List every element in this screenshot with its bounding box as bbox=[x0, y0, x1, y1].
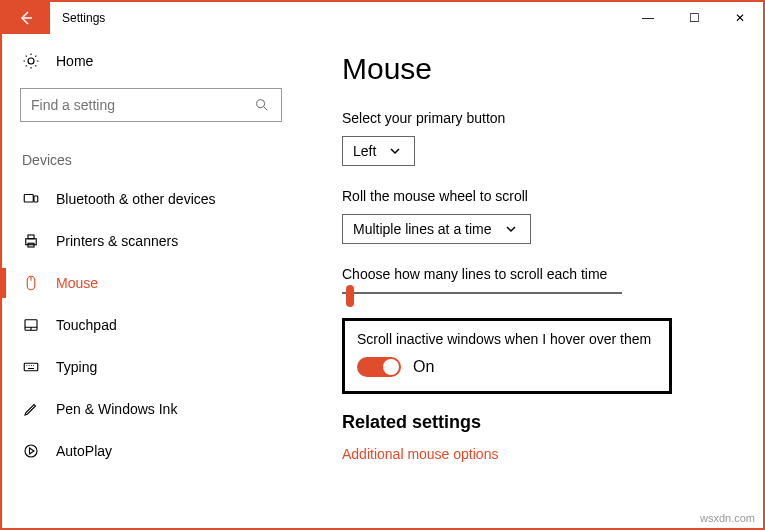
primary-button-select[interactable]: Left bbox=[342, 136, 415, 166]
devices-icon bbox=[22, 190, 40, 208]
sidebar-item-pen[interactable]: Pen & Windows Ink bbox=[2, 388, 300, 430]
sidebar-item-label: Bluetooth & other devices bbox=[56, 191, 216, 207]
sidebar-item-label: AutoPlay bbox=[56, 443, 112, 459]
primary-button-label: Select your primary button bbox=[342, 110, 743, 126]
sidebar-home-label: Home bbox=[56, 53, 93, 69]
svg-rect-8 bbox=[24, 363, 38, 371]
wheel-select[interactable]: Multiple lines at a time bbox=[342, 214, 531, 244]
search-input[interactable] bbox=[31, 97, 253, 113]
sidebar-section-label: Devices bbox=[2, 140, 300, 178]
pen-icon bbox=[22, 400, 40, 418]
related-heading: Related settings bbox=[342, 412, 743, 433]
search-icon bbox=[253, 96, 271, 114]
chevron-down-icon bbox=[386, 142, 404, 160]
gear-icon bbox=[22, 52, 40, 70]
additional-mouse-options-link[interactable]: Additional mouse options bbox=[342, 446, 498, 462]
svg-point-9 bbox=[25, 445, 37, 457]
close-button[interactable]: ✕ bbox=[717, 2, 763, 34]
svg-rect-1 bbox=[24, 195, 33, 203]
printer-icon bbox=[22, 232, 40, 250]
sidebar-item-touchpad[interactable]: Touchpad bbox=[2, 304, 300, 346]
svg-rect-3 bbox=[26, 239, 37, 245]
svg-rect-2 bbox=[34, 196, 38, 202]
search-box[interactable] bbox=[20, 88, 282, 122]
sidebar: Home Devices Bluetooth & other devices P… bbox=[2, 34, 302, 528]
sidebar-item-label: Touchpad bbox=[56, 317, 117, 333]
mouse-icon bbox=[22, 274, 40, 292]
title-bar: Settings — ☐ ✕ bbox=[2, 2, 763, 34]
sidebar-item-label: Printers & scanners bbox=[56, 233, 178, 249]
window-controls: — ☐ ✕ bbox=[625, 2, 763, 34]
wheel-label: Roll the mouse wheel to scroll bbox=[342, 188, 743, 204]
window-title: Settings bbox=[50, 2, 117, 34]
touchpad-icon bbox=[22, 316, 40, 334]
sidebar-item-bluetooth[interactable]: Bluetooth & other devices bbox=[2, 178, 300, 220]
sidebar-item-printers[interactable]: Printers & scanners bbox=[2, 220, 300, 262]
slider-thumb[interactable] bbox=[346, 285, 354, 307]
sidebar-home[interactable]: Home bbox=[2, 34, 300, 88]
arrow-left-icon bbox=[18, 10, 34, 26]
chevron-down-icon bbox=[502, 220, 520, 238]
keyboard-icon bbox=[22, 358, 40, 376]
sidebar-item-typing[interactable]: Typing bbox=[2, 346, 300, 388]
svg-point-0 bbox=[257, 100, 265, 108]
watermark: wsxdn.com bbox=[700, 512, 755, 524]
inactive-state: On bbox=[413, 358, 434, 376]
primary-button-value: Left bbox=[353, 143, 376, 159]
inactive-toggle[interactable] bbox=[357, 357, 401, 377]
inactive-label: Scroll inactive windows when I hover ove… bbox=[357, 331, 657, 347]
minimize-button[interactable]: — bbox=[625, 2, 671, 34]
svg-rect-4 bbox=[28, 235, 34, 239]
back-button[interactable] bbox=[2, 2, 50, 34]
inactive-scroll-section: Scroll inactive windows when I hover ove… bbox=[342, 318, 672, 394]
sidebar-item-label: Mouse bbox=[56, 275, 98, 291]
maximize-button[interactable]: ☐ bbox=[671, 2, 717, 34]
sidebar-item-mouse[interactable]: Mouse bbox=[2, 262, 300, 304]
sidebar-item-autoplay[interactable]: AutoPlay bbox=[2, 430, 300, 472]
sidebar-item-label: Pen & Windows Ink bbox=[56, 401, 177, 417]
page-title: Mouse bbox=[342, 52, 743, 86]
main-panel: Mouse Select your primary button Left Ro… bbox=[302, 34, 763, 528]
sidebar-item-label: Typing bbox=[56, 359, 97, 375]
lines-slider[interactable] bbox=[342, 292, 622, 294]
wheel-value: Multiple lines at a time bbox=[353, 221, 492, 237]
lines-label: Choose how many lines to scroll each tim… bbox=[342, 266, 743, 282]
autoplay-icon bbox=[22, 442, 40, 460]
